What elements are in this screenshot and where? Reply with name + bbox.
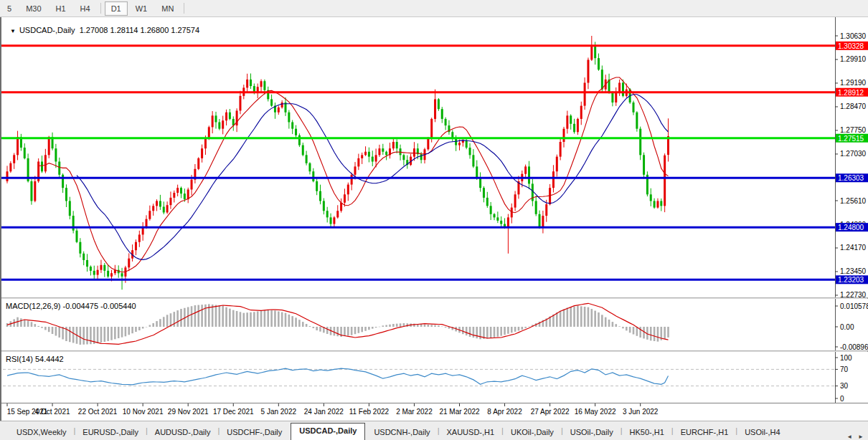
- symbol-tab-xauusd-h1[interactable]: XAUUSD-,H1: [440, 425, 501, 440]
- timeframe-button-5[interactable]: 5: [1, 1, 18, 16]
- svg-text:1.28912: 1.28912: [838, 89, 864, 97]
- svg-text:1.26303: 1.26303: [838, 174, 864, 182]
- date-tick-label: 5 Jan 2022: [261, 408, 297, 416]
- svg-text:1.29910: 1.29910: [840, 55, 867, 63]
- date-tick-label: 21 Mar 2022: [439, 408, 480, 416]
- symbol-tab-usdcnh-daily[interactable]: USDCNH-,Daily: [367, 425, 436, 440]
- svg-text:30: 30: [840, 382, 849, 390]
- tab-scroll-left-icon[interactable]: ◄: [846, 434, 852, 440]
- date-tick-label: 16 May 2022: [575, 408, 616, 416]
- svg-text:1.22730: 1.22730: [840, 291, 867, 297]
- symbol-tabbar: USDX,Weekly|EURUSD-,Daily|AUDUSD-,Daily|…: [0, 421, 868, 440]
- symbol-tab-hk50-h1[interactable]: HK50-,H1: [623, 425, 671, 440]
- symbol-tab-usdcad-daily[interactable]: USDCAD-,Daily: [291, 423, 365, 440]
- chart-title-symbol: USDCAD-,Daily: [19, 26, 75, 34]
- svg-text:70: 70: [840, 365, 849, 373]
- rsi-pane[interactable]: 10070300: [1, 352, 868, 403]
- macd-indicator-label: MACD(12,26,9) -0.004475 -0.005440: [6, 302, 136, 310]
- svg-text:1.25610: 1.25610: [840, 197, 867, 205]
- svg-text:1.30630: 1.30630: [840, 32, 867, 40]
- symbol-tab-usoil-h4[interactable]: USOil-,H4: [738, 425, 787, 440]
- date-axis[interactable]: 15 Sep 20214 Oct 202122 Oct 202110 Nov 2…: [1, 403, 868, 421]
- svg-text:0.010578: 0.010578: [840, 302, 868, 310]
- date-tick-label: 24 Jan 2022: [304, 408, 344, 416]
- chart-window[interactable]: 1.306301.299101.291901.284701.277501.270…: [0, 17, 868, 421]
- svg-text:1.27750: 1.27750: [840, 126, 867, 134]
- symbol-tab-ukoil-daily[interactable]: UKOil-,Daily: [504, 425, 560, 440]
- svg-text:100: 100: [840, 354, 852, 362]
- timeframe-button-mn[interactable]: MN: [155, 1, 180, 16]
- timeframe-button-d1[interactable]: D1: [105, 1, 128, 16]
- date-tick-label: 17 Dec 2021: [213, 408, 254, 416]
- date-tick-label: 2 Mar 2022: [396, 408, 433, 416]
- svg-text:-0.00896: -0.00896: [840, 343, 868, 351]
- chart-title-ohlc: 1.27008 1.28114 1.26800 1.27574: [80, 26, 199, 34]
- rsi-indicator-label: RSI(14) 54.4442: [6, 355, 64, 363]
- trading-terminal-window: 5M30H1H4D1W1MN 1.306301.299101.291901.28…: [0, 0, 868, 440]
- symbol-tab-eurchf-h1[interactable]: EURCHF-,H1: [674, 425, 735, 440]
- timeframe-button-h4[interactable]: H4: [74, 1, 97, 16]
- symbol-tab-usdchf-daily[interactable]: USDCHF-,Daily: [220, 425, 288, 440]
- symbol-tab-usdx-weekly[interactable]: USDX,Weekly: [10, 425, 72, 440]
- svg-text:1.30328: 1.30328: [838, 42, 864, 50]
- svg-text:0: 0: [840, 395, 844, 403]
- timeframe-button-w1[interactable]: W1: [129, 1, 154, 16]
- symbol-tab-usoil-daily[interactable]: USOil-,Daily: [564, 425, 620, 440]
- date-tick-label: 11 Feb 2022: [349, 408, 390, 416]
- svg-text:1.23450: 1.23450: [840, 267, 867, 275]
- chart-title: ▼USDCAD-,Daily 1.27008 1.28114 1.26800 1…: [10, 26, 199, 34]
- date-tick-label: 3 Jun 2022: [623, 408, 659, 416]
- timeframe-toolbar: 5M30H1H4D1W1MN: [0, 0, 868, 17]
- chart-dropdown-icon[interactable]: ▼: [10, 28, 16, 34]
- date-tick-label: 10 Nov 2021: [123, 408, 164, 416]
- svg-text:1.24170: 1.24170: [840, 244, 867, 252]
- svg-text:0.00: 0.00: [840, 323, 854, 331]
- symbol-tab-audusd-daily[interactable]: AUDUSD-,Daily: [148, 425, 217, 440]
- svg-text:1.27515: 1.27515: [838, 135, 864, 143]
- date-tick-label: 27 Apr 2022: [531, 408, 570, 416]
- svg-text:1.28470: 1.28470: [840, 102, 867, 110]
- toolbar-separator: [100, 3, 101, 14]
- toolbar-separator: [184, 3, 184, 14]
- price-chart-pane[interactable]: 1.306301.299101.291901.284701.277501.270…: [1, 17, 868, 297]
- symbol-tab-eurusd-daily[interactable]: EURUSD-,Daily: [76, 425, 145, 440]
- svg-text:1.24800: 1.24800: [838, 224, 864, 231]
- tab-scroll-right-icon[interactable]: ►: [858, 434, 864, 440]
- svg-text:1.29190: 1.29190: [840, 79, 867, 87]
- date-tick-label: 8 Apr 2022: [487, 408, 522, 416]
- date-tick-label: 22 Oct 2021: [78, 408, 118, 416]
- date-tick-label: 29 Nov 2021: [168, 408, 209, 416]
- tab-scroll-arrows: ◄►: [846, 434, 868, 440]
- timeframe-button-h1[interactable]: H1: [49, 1, 72, 16]
- timeframe-button-m30[interactable]: M30: [19, 1, 47, 16]
- date-tick-label: 4 Oct 2021: [35, 408, 70, 416]
- svg-text:1.27030: 1.27030: [840, 150, 867, 158]
- svg-text:1.23203: 1.23203: [838, 276, 864, 284]
